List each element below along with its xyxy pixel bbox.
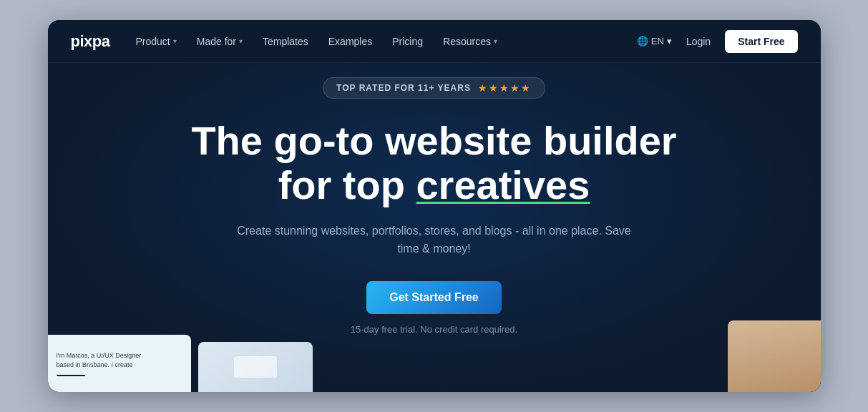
globe-icon: 🌐	[637, 36, 648, 46]
star-rating: ★★★★★	[478, 82, 532, 94]
nav-right: 🌐 EN ▾ Login Start Free	[637, 30, 798, 53]
hero-title: The go-to website builder for top creati…	[191, 119, 676, 207]
preview-text-line1: I'm Marcos, a UI/UX Designer	[57, 351, 182, 361]
hero-subtitle: Create stunning websites, portfolios, st…	[227, 222, 642, 258]
nav-templates[interactable]: Templates	[263, 36, 308, 47]
chevron-down-icon: ▾	[667, 36, 672, 46]
preview-card-right	[728, 320, 821, 392]
preview-middle-inner	[198, 342, 313, 392]
preview-text-line2: based in Brisbane. I create	[57, 360, 182, 371]
login-link[interactable]: Login	[686, 36, 711, 47]
nav-resources[interactable]: Resources ▾	[443, 36, 497, 47]
chevron-down-icon: ▾	[239, 37, 243, 45]
chevron-down-icon: ▾	[494, 37, 497, 45]
nav-links: Product ▾ Made for ▾ Templates Examples …	[135, 36, 636, 47]
nav-examples[interactable]: Examples	[328, 36, 372, 47]
start-free-button[interactable]: Start Free	[725, 30, 797, 53]
rating-badge: TOP RATED FOR 11+ YEARS ★★★★★	[323, 77, 545, 99]
badge-text: TOP RATED FOR 11+ YEARS	[336, 83, 471, 93]
chevron-down-icon: ▾	[173, 37, 177, 45]
hero-section: TOP RATED FOR 11+ YEARS ★★★★★ The go-to …	[48, 63, 821, 392]
get-started-button[interactable]: Get Started Free	[366, 281, 501, 314]
language-selector[interactable]: 🌐 EN ▾	[637, 36, 672, 46]
preview-bar	[57, 375, 85, 376]
trial-note: 15-day free trial. No credit card requir…	[351, 324, 517, 335]
browser-frame: pixpa Product ▾ Made for ▾ Templates Exa…	[48, 20, 821, 392]
preview-right-figure	[728, 320, 821, 392]
nav-made-for[interactable]: Made for ▾	[197, 36, 243, 47]
nav-pricing[interactable]: Pricing	[392, 36, 423, 47]
preview-card-left: I'm Marcos, a UI/UX Designer based in Br…	[48, 335, 191, 392]
logo[interactable]: pixpa	[71, 32, 110, 51]
nav-product[interactable]: Product ▾	[135, 36, 176, 47]
preview-middle-rect	[234, 356, 277, 378]
hero-highlight-word: creatives	[416, 162, 590, 207]
navbar: pixpa Product ▾ Made for ▾ Templates Exa…	[48, 20, 821, 63]
preview-area: I'm Marcos, a UI/UX Designer based in Br…	[48, 328, 821, 392]
preview-card-middle	[198, 342, 313, 392]
